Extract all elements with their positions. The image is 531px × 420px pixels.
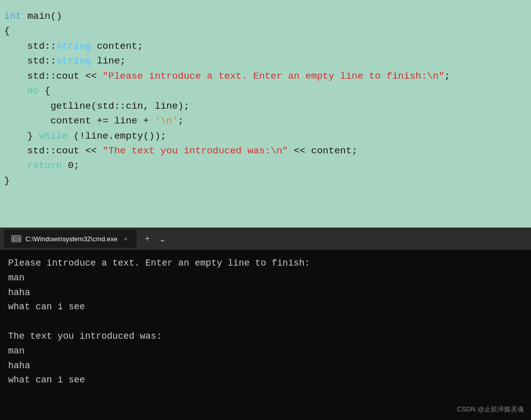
content-append: content += line + [50,115,154,126]
semicolon1: ; [445,71,450,82]
var-line: line; [91,55,126,67]
cout1: std::cout << [27,71,103,82]
terminal-output: Please introduce a text. Enter an empty … [0,250,531,420]
terminal-dropdown-button[interactable]: ⌄ [155,231,170,247]
return-val: 0; [62,160,79,171]
cout2-rest: << content; [288,145,358,156]
char-lit: '\n' [154,115,178,126]
terminal-text: Please introduce a text. Enter an empty … [8,256,523,387]
keyword-int: int [4,11,21,22]
keyword-while: while [39,131,68,142]
type-string2: string [56,55,91,67]
code-editor: int main() { std::string content; std::s… [0,0,531,228]
while-cond: (!line.empty()); [68,131,166,142]
svg-text:C:\: C:\ [13,237,21,242]
keyword-return: return [27,160,62,171]
string-lit2: "The text you introduced was:\n" [103,145,288,156]
terminal-tab[interactable]: C:\ C:\Windows\system32\cmd.exe × [4,230,137,248]
terminal-add-button[interactable]: + [141,231,153,247]
std-ns1: std:: [27,41,56,52]
std-ns2: std:: [27,55,56,67]
close-brace2: } [27,131,39,142]
semicolon2: ; [178,115,183,126]
terminal-section: C:\ C:\Windows\system32\cmd.exe × + ⌄ Pl… [0,228,531,420]
code-content: int main() { std::string content; std::s… [4,9,519,188]
brace-open: { [4,25,10,37]
func-name: main() [27,11,62,22]
terminal-tabbar: C:\ C:\Windows\system32\cmd.exe × + ⌄ [0,228,531,250]
cout2: std::cout << [27,145,103,156]
brace-close: } [4,175,10,186]
cmd-icon: C:\ [11,235,21,242]
type-string1: string [56,41,91,52]
brace2: { [39,85,50,96]
getline-call: getline(std::cin, line); [50,101,190,112]
keyword-do: do [27,85,39,96]
watermark: CSDN @止欲淬炼灵魂 [457,404,524,415]
terminal-tab-label: C:\Windows\system32\cmd.exe [25,235,117,243]
var-content: content; [91,41,143,52]
terminal-close-button[interactable]: × [121,235,130,243]
string-lit1: "Please introduce a text. Enter an empty… [103,71,445,82]
terminal-actions: + ⌄ [141,231,169,247]
